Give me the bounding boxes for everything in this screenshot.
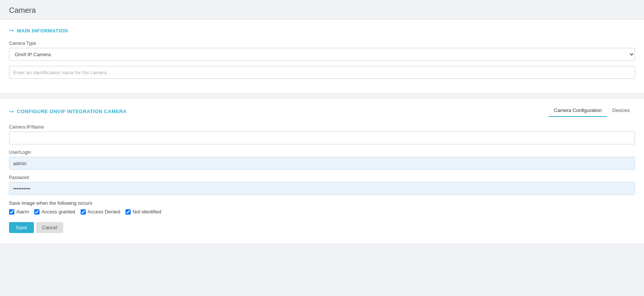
checkbox-access-granted-label: Access granted: [41, 209, 75, 215]
checkbox-not-identified-label: Not identified: [133, 209, 161, 215]
checkboxes-row: Alarm Access granted Access Denied Not i…: [9, 209, 635, 215]
camera-ip-label: Camera IP/Name: [9, 124, 635, 130]
checkbox-alarm[interactable]: Alarm: [9, 209, 29, 215]
checkbox-access-granted-input[interactable]: [34, 209, 40, 215]
save-image-label: Save image when the following occurs: [9, 200, 635, 206]
checkbox-not-identified-input[interactable]: [125, 209, 131, 215]
user-login-field: User/Login: [9, 150, 635, 170]
tab-camera-configuration[interactable]: Camera Configuration: [549, 106, 607, 117]
checkbox-access-denied-label: Access Denied: [88, 209, 121, 215]
password-input[interactable]: [9, 182, 635, 195]
configure-onvif-section: ↪ CONFIGURE ONVIF INTEGRATION CAMERA Cam…: [0, 98, 644, 244]
tab-devices[interactable]: Devices: [607, 106, 635, 117]
checkbox-alarm-label: Alarm: [16, 209, 29, 215]
camera-type-select[interactable]: Onvif IP Camera Generic Camera RTSP Came…: [9, 48, 635, 61]
section2-icon: ↪: [9, 108, 14, 115]
checkbox-access-granted[interactable]: Access granted: [34, 209, 75, 215]
section2-header: ↪ CONFIGURE ONVIF INTEGRATION CAMERA: [9, 108, 127, 115]
main-information-section: ↪ MAIN INFORMATION Camera Type Onvif IP …: [0, 19, 644, 94]
checkbox-access-denied[interactable]: Access Denied: [81, 209, 121, 215]
page-title: Camera: [0, 0, 644, 19]
camera-ip-input[interactable]: [9, 132, 635, 144]
save-button[interactable]: Save: [9, 222, 34, 233]
camera-type-field: Camera Type Onvif IP Camera Generic Came…: [9, 41, 635, 61]
section1-header: ↪ MAIN INFORMATION: [9, 27, 635, 34]
password-field: Password: [9, 175, 635, 195]
user-login-label: User/Login: [9, 150, 635, 155]
section1-heading: MAIN INFORMATION: [17, 28, 68, 34]
checkbox-access-denied-input[interactable]: [81, 209, 86, 215]
cancel-button[interactable]: Cancel: [36, 222, 63, 233]
checkbox-alarm-input[interactable]: [9, 209, 14, 215]
camera-name-input[interactable]: [9, 66, 635, 79]
tab-bar: Camera Configuration Devices: [549, 106, 635, 117]
section1-icon: ↪: [9, 27, 14, 34]
camera-name-field: [9, 66, 635, 79]
section2-heading: CONFIGURE ONVIF INTEGRATION CAMERA: [17, 109, 127, 114]
section2-top-row: ↪ CONFIGURE ONVIF INTEGRATION CAMERA Cam…: [9, 106, 635, 117]
password-label: Password: [9, 175, 635, 180]
camera-ip-field: Camera IP/Name: [9, 124, 635, 144]
user-login-input[interactable]: [9, 157, 635, 170]
button-row: Save Cancel: [9, 222, 635, 233]
checkbox-not-identified[interactable]: Not identified: [125, 209, 161, 215]
camera-type-label: Camera Type: [9, 41, 635, 46]
